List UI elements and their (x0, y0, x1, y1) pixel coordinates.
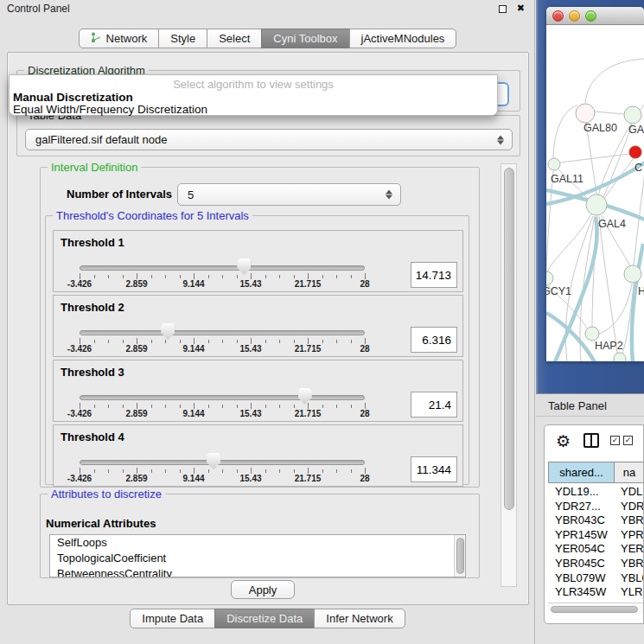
network-edge[interactable] (585, 59, 644, 103)
threshold-value-field[interactable]: 21.4 (411, 392, 457, 418)
network-edge[interactable] (599, 284, 632, 334)
network-node[interactable] (585, 327, 599, 341)
table-column-header[interactable]: shared... (548, 462, 615, 483)
slider-handle[interactable] (207, 453, 220, 469)
network-node[interactable] (576, 104, 595, 123)
slider-track[interactable] (80, 460, 365, 465)
slider-tick (294, 275, 295, 278)
tab-infer-network[interactable]: Infer Network (314, 609, 405, 628)
float-window-icon[interactable] (499, 5, 507, 13)
number-of-intervals-combobox[interactable]: 5 (177, 183, 401, 206)
interval-definition-group: Interval Definition Number of Intervals … (40, 167, 480, 488)
gear-icon[interactable]: ⚙ (556, 431, 571, 450)
network-edge[interactable] (546, 171, 553, 271)
slider-tick (165, 469, 166, 473)
network-edge[interactable] (595, 112, 624, 114)
tab-label: jActiveMNodules (361, 32, 445, 45)
slider-tick (322, 340, 323, 343)
network-node[interactable] (548, 158, 560, 170)
network-node[interactable] (586, 194, 607, 215)
network-node[interactable] (629, 146, 641, 158)
network-edge[interactable] (547, 214, 591, 272)
slider-handle[interactable] (161, 323, 175, 340)
numerical-attributes-list[interactable]: SelfLoopsTopologicalCoefficientBetweenne… (49, 534, 466, 577)
table-horizontal-scrollbar[interactable] (548, 603, 644, 615)
tab-style[interactable]: Style (158, 29, 207, 48)
threshold-value-field[interactable]: 6.316 (411, 327, 457, 353)
zoom-traffic-icon[interactable] (585, 10, 596, 22)
network-node[interactable] (546, 271, 553, 285)
slider-tick-label: 15.43 (225, 474, 277, 483)
slider-tick (279, 405, 280, 408)
slider-tick (265, 405, 266, 408)
threshold-value-field[interactable]: 11.344 (411, 456, 457, 482)
table-cell: YBR045C (555, 557, 605, 570)
tab-cyni-toolbox[interactable]: Cyni Toolbox (261, 29, 349, 48)
table-cell: YBL0 (621, 571, 644, 584)
minimize-traffic-icon[interactable] (569, 10, 580, 22)
numerical-attributes-label: Numerical Attributes (46, 517, 156, 530)
slider-track[interactable] (80, 265, 365, 271)
slider-tick (180, 340, 181, 343)
table-cell: YBL079W (555, 571, 606, 584)
close-traffic-icon[interactable] (552, 10, 564, 22)
checkbox-icon[interactable]: ✓ (623, 436, 633, 445)
stepper-icon (497, 134, 504, 145)
slider-tick-label: 9.144 (168, 279, 220, 289)
table-column-header[interactable]: na (614, 462, 644, 483)
columns-icon[interactable] (583, 433, 599, 448)
list-scrollbar[interactable] (454, 535, 465, 577)
threshold-value-field[interactable]: 14.713 (411, 262, 457, 288)
attribute-list-item[interactable]: SelfLoops (50, 535, 465, 551)
network-window: GAL80GACGAL11GAL4GCY1HHAP2 (546, 7, 644, 361)
attributes-group-title: Attributes to discretize (48, 488, 165, 501)
tab-discretize-data[interactable]: Discretize Data (214, 609, 315, 628)
panel-scrollbar[interactable] (501, 163, 517, 587)
slider-track[interactable] (80, 395, 365, 400)
network-node[interactable] (614, 353, 626, 361)
popup-option[interactable]: Manual Discretization (13, 91, 133, 104)
attribute-list-item[interactable]: BetweennessCentrality (50, 566, 465, 577)
slider-tick (137, 403, 137, 409)
slider-handle[interactable] (237, 258, 251, 275)
slider-tick (279, 340, 280, 343)
network-node[interactable] (624, 265, 641, 283)
tab-jactivemnodules[interactable]: jActiveMNodules (349, 29, 457, 48)
slider-track[interactable] (80, 330, 365, 335)
network-node[interactable] (624, 106, 641, 124)
network-edge[interactable] (632, 244, 643, 361)
slider-tick (237, 469, 238, 473)
popup-placeholder: Select algorithm to view settings (10, 78, 497, 91)
slider-tick (251, 468, 252, 474)
close-icon[interactable]: ✖ (517, 3, 525, 14)
stepper-icon (386, 189, 392, 201)
tab-label: Impute Data (142, 612, 203, 625)
network-canvas[interactable]: GAL80GACGAL11GAL4GCY1HHAP2 (546, 26, 644, 361)
checkbox-icon[interactable]: ✓ (610, 436, 620, 445)
network-edge[interactable] (560, 154, 629, 163)
slider-tick (365, 468, 366, 474)
slider-tick-label: 9.144 (168, 474, 220, 483)
slider-tick (151, 340, 152, 343)
slider-tick (351, 275, 352, 278)
network-node-label: GCY1 (546, 285, 571, 297)
panel-scrollbar-thumb[interactable] (504, 168, 514, 510)
slider-tick (251, 403, 252, 409)
slider-tick-label: 9.144 (168, 409, 220, 418)
apply-button[interactable]: Apply (231, 580, 295, 599)
attribute-list-item[interactable]: TopologicalCoefficient (50, 551, 465, 566)
network-edge[interactable] (553, 105, 577, 157)
table-scrollbar-thumb[interactable] (551, 606, 638, 613)
tab-network[interactable]: Network (79, 29, 160, 48)
tab-impute-data[interactable]: Impute Data (130, 609, 215, 628)
network-node-label: GAL11 (551, 173, 583, 185)
slider-handle[interactable] (298, 388, 312, 405)
threshold-label: Threshold 2 (61, 301, 124, 314)
popup-option[interactable]: Equal Width/Frequency Discretization (13, 103, 207, 116)
tab-select[interactable]: Select (207, 29, 262, 48)
network-window-titlebar[interactable] (546, 7, 644, 25)
slider-tick-label: -3.426 (54, 474, 105, 483)
thresholds-group: Threshold's Coordinates for 5 Intervals … (45, 215, 469, 485)
table-data-combobox[interactable]: galFiltered.sif default node (25, 129, 513, 150)
network-node-label: GA (628, 124, 644, 136)
